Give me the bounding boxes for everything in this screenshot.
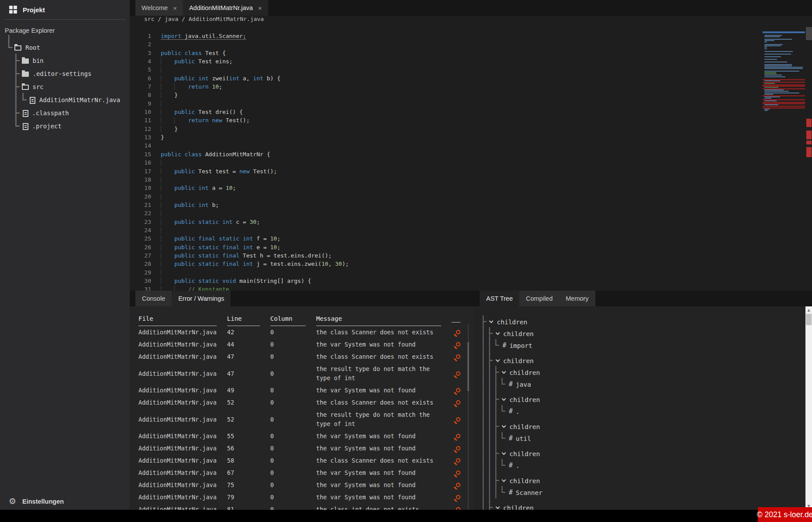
scroll-up-icon[interactable]: ▲ — [805, 308, 812, 312]
tree-item-label: src — [33, 83, 44, 90]
ast-node[interactable]: │├children — [480, 355, 542, 367]
tab-ast-tree[interactable]: AST Tree — [480, 291, 519, 306]
tree-item--editor-settings[interactable]: ├.editor-settings — [5, 67, 130, 80]
minimap[interactable] — [763, 31, 805, 113]
tree-connector-line: ├ — [5, 54, 20, 67]
error-cell-msg: the class Scanner does not exists — [316, 350, 452, 363]
search-icon[interactable] — [456, 470, 460, 475]
minimap-line — [763, 106, 805, 107]
tree-connector-line: │├ — [480, 355, 493, 367]
ast-node-label: import — [509, 342, 532, 349]
search-icon[interactable] — [456, 417, 460, 422]
tree-item-bin[interactable]: ├bin — [5, 54, 130, 67]
minimap-line — [764, 60, 803, 61]
ast-node[interactable]: ││├children — [480, 448, 542, 460]
chevron-down-icon[interactable] — [502, 370, 506, 374]
minimap-line — [764, 76, 785, 77]
column-line: Line — [227, 315, 260, 326]
chevron-down-icon[interactable] — [495, 331, 500, 335]
ast-node[interactable]: │││└#Scanner — [480, 487, 542, 498]
tab-error-warnings[interactable]: Error / Warnings — [172, 291, 231, 306]
scrollbar-thumb[interactable] — [806, 27, 812, 40]
code-editor[interactable]: 1import java.util.Scanner;23public class… — [130, 27, 812, 291]
error-cell-file: AdditionMitMatrNr.java — [138, 503, 227, 510]
search-icon[interactable] — [456, 458, 460, 463]
tree-connector-line: │ — [5, 35, 12, 41]
minimap-line — [764, 71, 799, 72]
tab-memory[interactable]: Memory — [559, 291, 595, 306]
ast-node[interactable]: │├children — [480, 328, 542, 340]
tree-item--project[interactable]: └.project — [5, 120, 130, 133]
tree-item-additionmitmatrnr-java[interactable]: │└AdditionMitMatrNr.java — [5, 93, 130, 106]
ast-node[interactable]: ││├children — [480, 394, 542, 405]
scrollbar-thumb[interactable] — [467, 342, 469, 391]
projekt-logo-icon — [9, 6, 17, 14]
ast-node[interactable]: │││└#util — [480, 433, 542, 444]
search-icon[interactable] — [456, 446, 460, 450]
ast-scrollbar[interactable]: ▲ ▼ — [805, 306, 812, 510]
ast-node[interactable]: ││├children — [480, 475, 542, 487]
ast-node[interactable]: │││└#java — [480, 378, 542, 390]
chevron-down-icon[interactable] — [495, 505, 500, 509]
ast-node[interactable]: ││├children — [480, 367, 542, 378]
code-line: 7 return 10; — [130, 82, 812, 91]
minimap-line — [764, 93, 799, 93]
tab-label: Compiled — [526, 295, 553, 302]
close-icon[interactable]: × — [173, 4, 177, 12]
minimap-line — [764, 56, 781, 57]
search-icon[interactable] — [456, 330, 460, 334]
tree-item-root[interactable]: └Root — [5, 41, 130, 54]
search-icon[interactable] — [456, 495, 460, 499]
minimap-line — [764, 69, 803, 70]
search-icon[interactable] — [456, 354, 460, 359]
search-icon[interactable] — [456, 400, 460, 405]
chevron-down-icon[interactable] — [502, 451, 506, 455]
ast-node[interactable]: ├children — [480, 316, 542, 328]
tree-item-label: .editor-settings — [33, 70, 92, 77]
tab-console[interactable]: Console — [135, 291, 172, 306]
minimap-line — [764, 98, 771, 99]
minimap-line — [764, 38, 803, 38]
tree-connector-line: │└ — [5, 93, 27, 106]
minimap-line — [764, 89, 784, 90]
chevron-down-icon[interactable] — [502, 424, 506, 428]
code-line: 3public class Test { — [130, 49, 812, 57]
chevron-down-icon[interactable] — [489, 319, 494, 323]
code-line: 16 — [130, 158, 812, 167]
ast-node[interactable]: │├children — [480, 502, 542, 510]
console-scrollbar[interactable] — [468, 324, 469, 510]
search-icon[interactable] — [456, 371, 460, 376]
minimap-line — [764, 51, 793, 52]
minimap-line — [764, 64, 792, 65]
search-icon[interactable] — [456, 483, 460, 487]
minimap-line — [764, 47, 767, 48]
tab-welcome[interactable]: Welcome × — [135, 0, 183, 16]
tree-item-label: .classpath — [32, 110, 69, 117]
ast-node[interactable]: │││└#. — [480, 460, 542, 471]
ast-node[interactable]: ││├children — [480, 421, 542, 433]
search-icon[interactable] — [456, 434, 460, 438]
chevron-down-icon[interactable] — [502, 478, 506, 482]
ast-node-label: children — [509, 396, 540, 403]
error-cell-line: 49 — [227, 384, 270, 396]
chevron-down-icon[interactable] — [495, 358, 500, 362]
scrollbar-thumb[interactable] — [806, 314, 812, 325]
search-icon[interactable] — [456, 342, 460, 347]
search-icon[interactable] — [456, 388, 460, 392]
error-cell-msg: the var System was not found — [316, 442, 452, 454]
tab-compiled[interactable]: Compiled — [519, 291, 559, 306]
minimap-line — [764, 48, 767, 49]
error-cell-line: 58 — [227, 454, 270, 467]
editor-scrollbar[interactable] — [806, 27, 812, 291]
ast-node-label: . — [516, 462, 520, 469]
tab-additionmitmatrnr-java[interactable]: AdditionMitMatrNr.java × — [183, 0, 268, 16]
tree-connector-line: │││└ — [480, 487, 505, 498]
chevron-down-icon[interactable] — [502, 397, 506, 401]
close-icon[interactable]: × — [258, 4, 262, 12]
error-cell-line: 47 — [227, 350, 270, 363]
ast-node[interactable]: │││└#. — [480, 405, 542, 417]
tree-item-src[interactable]: ├src — [5, 80, 130, 93]
ast-node[interactable]: ││└#import — [480, 340, 542, 351]
tree-item--classpath[interactable]: ├.classpath — [5, 106, 130, 120]
settings-button[interactable]: ⚙ Einstellungen — [0, 497, 64, 505]
